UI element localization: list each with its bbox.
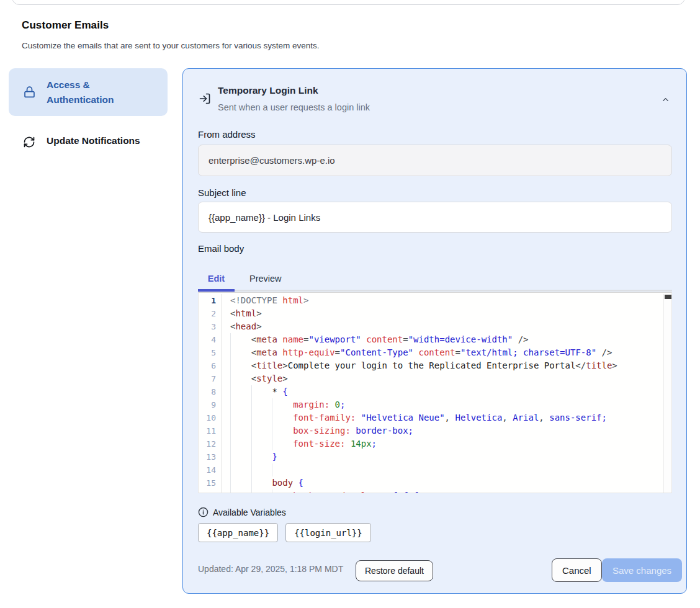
collapse-button[interactable] [657, 91, 674, 108]
subject-line-label: Subject line [198, 187, 246, 198]
variable-chips: {{app_name}} {{login_url}} [198, 523, 371, 542]
available-variables-label: Available Variables [213, 507, 286, 517]
code-editor[interactable]: 12345678910111213141516 <!DOCTYPE html><… [198, 292, 672, 493]
restore-default-button[interactable]: Restore default [356, 560, 433, 581]
code-line: * { [223, 385, 663, 398]
code-line: body { [223, 476, 663, 490]
code-line [223, 463, 663, 476]
save-changes-button[interactable]: Save changes [602, 558, 682, 582]
sidebar-item-label: Access & Authentication [47, 78, 140, 107]
cancel-button[interactable]: Cancel [552, 558, 602, 582]
available-variables-row: Available Variables [198, 507, 286, 517]
scrollbar-thumb[interactable] [665, 295, 671, 299]
email-body-label: Email body [198, 243, 244, 254]
chevron-up-icon [661, 95, 670, 104]
info-icon[interactable] [198, 507, 209, 517]
sidebar-item-access-authentication[interactable]: Access & Authentication [9, 68, 168, 116]
panel-subtitle: Sent when a user requests a login link [218, 102, 370, 112]
sidebar-item-label: Update Notifications [47, 135, 140, 146]
login-icon [199, 92, 211, 105]
subject-line-input[interactable] [198, 202, 672, 233]
editor-tabbar: Edit Preview [198, 267, 672, 291]
code-line: <!DOCTYPE html> [223, 294, 663, 307]
variable-chip-login-url[interactable]: {{login_url}} [285, 523, 371, 542]
editor-gutter: 12345678910111213141516 [199, 294, 222, 493]
from-address-label: From address [198, 129, 256, 140]
previous-section-edge [12, 0, 685, 5]
code-lines: <!DOCTYPE html><html><head> <meta name="… [223, 294, 663, 493]
page-subtitle: Customize the emails that are sent to yo… [22, 41, 319, 50]
tab-edit[interactable]: Edit [198, 267, 235, 290]
code-line: <head> [223, 320, 663, 333]
code-line: font-family: "Helvetica Neue", Helvetica… [223, 411, 663, 424]
panel-title: Temporary Login Link [218, 85, 318, 96]
code-line: font-size: 14px; [223, 437, 663, 450]
code-line: <meta http-equiv="Content-Type" content=… [223, 346, 663, 359]
code-line: background-color: #f0f0f0; [223, 490, 663, 493]
code-line: box-sizing: border-box; [223, 424, 663, 437]
variable-chip-app-name[interactable]: {{app_name}} [198, 523, 278, 542]
page-title: Customer Emails [22, 19, 109, 32]
code-line: <style> [223, 372, 663, 385]
code-line: margin: 0; [223, 398, 663, 411]
from-address-input[interactable] [198, 145, 672, 176]
sidebar-item-update-notifications[interactable]: Update Notifications [9, 131, 168, 153]
editor-scrollbar[interactable] [663, 294, 671, 493]
updated-timestamp: Updated: Apr 29, 2025, 1:18 PM MDT [198, 564, 343, 574]
tab-preview[interactable]: Preview [235, 267, 297, 290]
code-line: <html> [223, 307, 663, 320]
code-line: } [223, 450, 663, 463]
code-line: <meta name="viewport" content="width=dev… [223, 333, 663, 346]
code-line: <title>Complete your login to the Replic… [223, 359, 663, 372]
